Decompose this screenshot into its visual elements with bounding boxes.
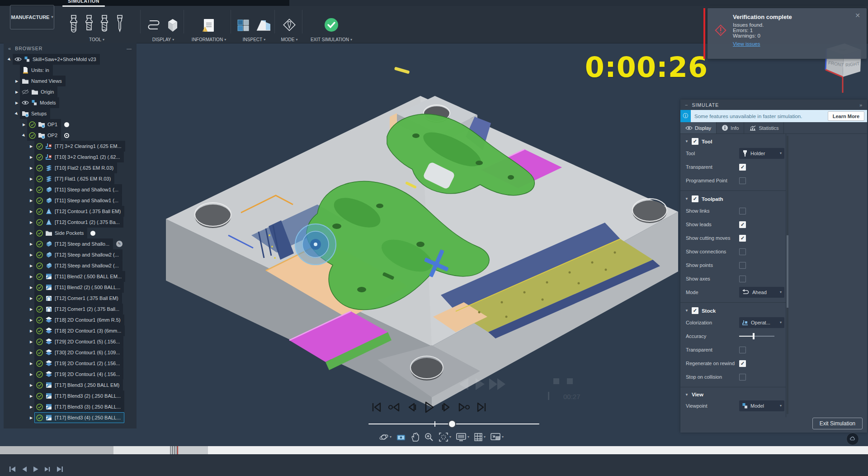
section-collapse-icon[interactable]: ▼ bbox=[685, 197, 689, 201]
tree-expand-arrow[interactable]: ▶ bbox=[28, 220, 34, 224]
check-circle-icon[interactable] bbox=[36, 241, 43, 248]
toolbar-group-information[interactable]: INFORMATION▾ bbox=[185, 14, 232, 42]
tab-simulation[interactable]: SIMULATION bbox=[62, 0, 105, 4]
section-collapse-icon[interactable]: ▼ bbox=[685, 393, 689, 397]
tree-expand-arrow[interactable]: ▶ bbox=[6, 57, 13, 62]
tree-expand-arrow[interactable]: ▶ bbox=[28, 405, 34, 409]
mode-diamond-icon[interactable] bbox=[281, 17, 297, 33]
close-icon[interactable]: ✕ bbox=[855, 12, 860, 19]
tree-expand-arrow[interactable]: ▶ bbox=[21, 123, 27, 127]
display-settings-button[interactable]: ▾ bbox=[456, 433, 469, 442]
information-doc-icon[interactable] bbox=[201, 18, 217, 33]
check-circle-icon[interactable] bbox=[36, 262, 43, 269]
tree-expand-arrow[interactable]: ▶ bbox=[28, 318, 34, 322]
check-circle-icon[interactable] bbox=[36, 154, 43, 161]
learn-more-button[interactable]: Learn More bbox=[828, 111, 864, 121]
check-circle-icon[interactable] bbox=[36, 143, 43, 150]
transparent-checkbox[interactable] bbox=[739, 347, 746, 353]
tree-expand-arrow[interactable]: ▶ bbox=[28, 144, 34, 148]
toolpath-display-icon[interactable] bbox=[146, 18, 161, 33]
tree-row[interactable]: ▶[T10] 3+2 Clearing1 (2) (.62... bbox=[4, 152, 137, 162]
toolbar-group-inspect[interactable]: INSPECT▾ bbox=[233, 14, 275, 42]
check-circle-icon[interactable] bbox=[36, 230, 43, 237]
tree-row[interactable]: ▶[T19] 2D Contour1 (4) (.156... bbox=[4, 369, 137, 380]
eye[interactable] bbox=[14, 57, 22, 62]
tree-expand-arrow[interactable]: ▶ bbox=[28, 394, 34, 398]
tree-row[interactable]: ▶[T11] Blend2 (.500 BALL EM... bbox=[4, 271, 137, 282]
toolbar-group-exit-simulation[interactable]: EXIT SIMULATION▾ bbox=[304, 14, 359, 42]
tree-row[interactable]: ▶[T12] Steep and Shallow2 (... bbox=[4, 260, 137, 271]
tree-expand-arrow[interactable]: ▶ bbox=[28, 340, 34, 344]
exit-check-icon[interactable] bbox=[323, 17, 340, 33]
tree-row[interactable]: ▶[T7] Flat1 (.625 EM R.03) bbox=[4, 173, 137, 184]
toolbar-group-tool[interactable]: TOOL▾ bbox=[53, 14, 140, 42]
tree-row[interactable]: ▶Named Views bbox=[4, 76, 137, 86]
section-checkbox[interactable]: ✓ bbox=[692, 307, 698, 314]
tree-expand-arrow[interactable]: ▶ bbox=[28, 231, 34, 235]
panel-pop-out-icon[interactable]: » bbox=[859, 102, 863, 108]
show-leads-checkbox[interactable]: ✓ bbox=[739, 221, 746, 228]
check-circle-icon[interactable] bbox=[36, 176, 43, 182]
tree-expand-arrow[interactable]: ▶ bbox=[28, 372, 34, 376]
stock-display-icon[interactable] bbox=[165, 18, 180, 33]
browser-collapse-icon[interactable]: « bbox=[8, 46, 11, 51]
show-axes-checkbox[interactable] bbox=[739, 276, 746, 282]
tree-expand-arrow[interactable]: ▶ bbox=[28, 264, 34, 268]
zoom-button[interactable] bbox=[424, 432, 434, 442]
check-circle-icon[interactable] bbox=[36, 219, 43, 226]
show-links-checkbox[interactable] bbox=[739, 208, 746, 214]
check-circle-icon[interactable] bbox=[36, 328, 43, 334]
toolbar-group-display[interactable]: DISPLAY▾ bbox=[143, 14, 184, 42]
look-at-button[interactable] bbox=[396, 433, 406, 441]
check-circle-icon[interactable] bbox=[36, 404, 43, 410]
tree-row[interactable]: ▶[T17] Blend3 (2) (.250 BALL... bbox=[4, 390, 137, 401]
tree-expand-arrow[interactable]: ▶ bbox=[28, 209, 34, 214]
show-cutting-moves-checkbox[interactable]: ✓ bbox=[739, 235, 746, 242]
tree-expand-arrow[interactable]: ▶ bbox=[28, 275, 34, 279]
tree-row[interactable]: ▶[T12] Contour1 (.375 Ball EM) bbox=[4, 206, 137, 217]
tree-row[interactable]: ▶OP2 bbox=[4, 130, 137, 141]
tree-row[interactable]: ▶[T29] 2D Contour1 (5) (.156... bbox=[4, 336, 137, 347]
tree-expand-arrow[interactable]: ▶ bbox=[14, 90, 20, 94]
inspect-section-icon[interactable] bbox=[255, 18, 272, 33]
tab-statistics[interactable]: Statistics bbox=[744, 122, 784, 133]
check-circle-icon[interactable] bbox=[36, 414, 43, 421]
exit-simulation-button[interactable]: Exit Simulation bbox=[812, 418, 863, 429]
tree-row[interactable]: ▶[T18] 2D Contour1 (6mm R.5) bbox=[4, 314, 137, 325]
section-checkbox[interactable]: ✓ bbox=[692, 195, 698, 202]
pan-hand-button[interactable] bbox=[410, 432, 420, 442]
simulation-scrubber-handle[interactable] bbox=[448, 420, 456, 428]
rewind-icon[interactable] bbox=[388, 402, 401, 413]
tl-play-icon[interactable] bbox=[33, 466, 39, 472]
tree-expand-arrow[interactable]: ▶ bbox=[28, 296, 34, 300]
check-circle-icon[interactable] bbox=[36, 186, 43, 193]
endmill-flat-icon[interactable] bbox=[83, 15, 95, 33]
fit-button[interactable]: ▾ bbox=[439, 432, 451, 442]
workspace-selector-button[interactable]: MANUFACTURE ▾ bbox=[10, 5, 54, 29]
tree-expand-arrow[interactable]: ▶ bbox=[28, 362, 34, 366]
tree-row[interactable]: Units: in bbox=[4, 65, 137, 76]
check-circle-icon[interactable] bbox=[36, 338, 43, 345]
tree-row[interactable]: ▶[T30] 2D Contour1 (6) (.109... bbox=[4, 347, 137, 358]
skip-end-icon[interactable] bbox=[476, 402, 487, 413]
tree-expand-arrow[interactable]: ▶ bbox=[14, 79, 20, 83]
tab-info[interactable]: Info bbox=[717, 122, 744, 133]
grid-button[interactable]: ▾ bbox=[474, 433, 486, 442]
endmill-ball-icon[interactable] bbox=[68, 15, 80, 33]
tl-skip-end-icon[interactable] bbox=[56, 466, 63, 472]
fast-forward-icon[interactable] bbox=[458, 402, 470, 413]
check-circle-icon[interactable] bbox=[36, 165, 43, 171]
section-header-toolpath[interactable]: ▼✓Toolpath bbox=[680, 191, 786, 204]
check-circle-icon[interactable] bbox=[36, 208, 43, 215]
timeline-scrubber-strip[interactable] bbox=[0, 446, 868, 454]
tree-expand-arrow[interactable]: ▶ bbox=[28, 166, 34, 170]
section-header-view[interactable]: ▼View bbox=[680, 387, 786, 399]
check-circle-icon[interactable] bbox=[36, 197, 43, 204]
tree-expand-arrow[interactable]: ▶ bbox=[28, 351, 34, 355]
step-back-icon[interactable] bbox=[406, 402, 418, 413]
stop-on-collision-checkbox[interactable] bbox=[739, 374, 746, 381]
view-issues-link[interactable]: View issues bbox=[733, 41, 760, 47]
tree-expand-arrow[interactable]: ▶ bbox=[28, 307, 34, 311]
tree-expand-arrow[interactable]: ▶ bbox=[28, 199, 34, 203]
check-circle-icon[interactable] bbox=[29, 132, 36, 139]
